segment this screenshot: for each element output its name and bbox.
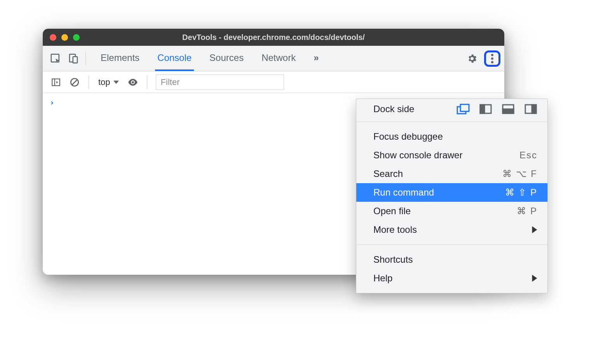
svg-rect-11: [480, 105, 484, 113]
menu-more-tools[interactable]: More tools: [356, 220, 547, 239]
window-title: DevTools - developer.chrome.com/docs/dev…: [43, 33, 504, 42]
menu-item-label: Focus debuggee: [373, 131, 443, 142]
tab-network[interactable]: Network: [259, 46, 298, 71]
filter-input[interactable]: [156, 75, 284, 90]
menu-item-label: Open file: [373, 206, 411, 217]
main-menu: Dock side: [356, 99, 548, 293]
subbar-divider-2: [147, 76, 147, 89]
console-toolbar: top: [43, 71, 504, 93]
subbar-divider: [89, 76, 89, 89]
devtools-window: DevTools - developer.chrome.com/docs/dev…: [43, 29, 504, 275]
prompt-caret-icon: ›: [50, 98, 54, 107]
svg-rect-6: [52, 79, 60, 85]
tab-sources[interactable]: Sources: [207, 46, 246, 71]
kebab-icon: [491, 53, 494, 64]
svg-point-3: [491, 54, 493, 56]
menu-open-file[interactable]: Open file ⌘ P: [356, 202, 547, 220]
clear-console-button[interactable]: [67, 75, 82, 90]
minimize-window-button[interactable]: [61, 34, 68, 41]
main-toolbar: Elements Console Sources Network »: [43, 46, 504, 71]
svg-rect-2: [73, 57, 77, 63]
svg-rect-15: [532, 105, 536, 113]
menu-run-command[interactable]: Run command ⌘ ⇧ P: [356, 183, 547, 202]
context-label: top: [98, 77, 110, 87]
menu-shortcuts[interactable]: Shortcuts: [356, 250, 547, 269]
close-window-button[interactable]: [50, 34, 56, 41]
more-tabs-button[interactable]: »: [311, 46, 321, 71]
menu-shortcut: Esc: [519, 150, 537, 161]
svg-point-5: [491, 61, 493, 63]
gear-icon: [467, 53, 477, 64]
zoom-window-button[interactable]: [73, 34, 80, 41]
more-options-button[interactable]: [484, 50, 500, 67]
traffic-lights: [50, 34, 80, 41]
submenu-caret-icon: [532, 226, 537, 233]
svg-point-4: [491, 57, 493, 59]
menu-show-console-drawer[interactable]: Show console drawer Esc: [356, 146, 547, 165]
toggle-sidebar-button[interactable]: [48, 75, 64, 90]
dock-right-button[interactable]: [524, 104, 537, 114]
submenu-caret-icon: [532, 275, 537, 282]
menu-help[interactable]: Help: [356, 269, 547, 288]
device-toolbar-button[interactable]: [64, 50, 82, 68]
tab-console[interactable]: Console: [155, 46, 194, 71]
dock-undock-button[interactable]: [457, 104, 470, 114]
menu-focus-debuggee[interactable]: Focus debuggee: [356, 127, 547, 146]
svg-rect-13: [503, 109, 514, 113]
menu-item-label: More tools: [373, 224, 417, 235]
inspect-element-button[interactable]: [47, 50, 64, 68]
dock-side-row: Dock side: [356, 99, 547, 121]
context-selector[interactable]: top: [95, 77, 122, 87]
toolbar-divider: [85, 52, 86, 65]
menu-search[interactable]: Search ⌘ ⌥ F: [356, 165, 547, 183]
titlebar: DevTools - developer.chrome.com/docs/dev…: [43, 29, 504, 46]
menu-shortcut: ⌘ ⌥ F: [502, 168, 537, 179]
dock-left-button[interactable]: [479, 104, 492, 114]
menu-item-label: Show console drawer: [373, 150, 462, 161]
dropdown-caret-icon: [113, 80, 119, 85]
settings-button[interactable]: [464, 50, 480, 67]
menu-shortcut: ⌘ P: [517, 206, 537, 217]
tab-elements[interactable]: Elements: [98, 46, 142, 71]
dock-side-label: Dock side: [373, 104, 414, 114]
live-expression-button[interactable]: [125, 75, 141, 90]
menu-item-label: Search: [373, 168, 403, 179]
svg-rect-9: [460, 104, 469, 111]
menu-item-label: Run command: [373, 187, 434, 198]
panel-tabs: Elements Console Sources Network »: [98, 46, 464, 71]
dock-bottom-button[interactable]: [502, 104, 515, 114]
menu-item-label: Shortcuts: [373, 254, 413, 265]
menu-item-label: Help: [373, 273, 392, 284]
menu-shortcut: ⌘ ⇧ P: [505, 187, 537, 198]
